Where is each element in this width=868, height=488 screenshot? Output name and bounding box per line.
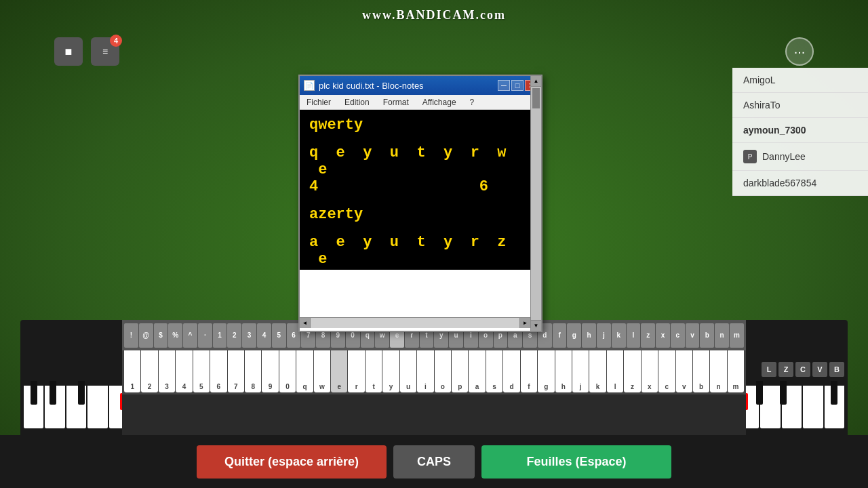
piano-key-t[interactable]: t — [366, 350, 382, 392]
label-V: V — [812, 362, 827, 377]
notification-badge: 4 — [110, 35, 122, 47]
piano-key-9[interactable]: 9 — [262, 350, 278, 392]
key-3[interactable]: 3 — [242, 323, 256, 348]
piano-key-y[interactable]: y — [382, 350, 399, 392]
player-name: DannyLee — [762, 151, 806, 162]
piano-key-n[interactable]: n — [710, 350, 726, 392]
scroll-up-arrow[interactable]: ▲ — [531, 76, 541, 87]
piano-key-m[interactable]: m — [728, 350, 744, 392]
menu-affichage[interactable]: Affichage — [416, 96, 463, 108]
center-keyboard: ! @ $ % ^ · 1 2 3 4 5 6 7 8 9 0 q w e r … — [122, 320, 746, 435]
piano-right-key[interactable] — [803, 386, 823, 428]
piano-key-7[interactable]: 7 — [228, 350, 244, 392]
piano-key-4[interactable]: 4 — [176, 350, 192, 392]
key-k[interactable]: k — [612, 323, 626, 348]
piano-key-3[interactable]: 3 — [159, 350, 175, 392]
player-name: AshiraTo — [743, 100, 780, 110]
piano-key-p[interactable]: p — [452, 350, 468, 392]
piano-key-w[interactable]: w — [314, 350, 330, 392]
maximize-button[interactable]: □ — [511, 80, 524, 91]
key-l[interactable]: l — [627, 323, 641, 348]
hscroll-right-arrow[interactable]: ► — [519, 318, 530, 328]
key-x[interactable]: x — [656, 323, 670, 348]
piano-key-6[interactable]: 6 — [210, 350, 226, 392]
player-item: AmigoL — [732, 68, 868, 93]
key-n[interactable]: n — [715, 323, 729, 348]
text-line-5: a e y u t y r z e — [309, 234, 532, 268]
piano-key-5[interactable]: 5 — [193, 350, 210, 392]
notification-icon[interactable]: ≡ 4 — [91, 37, 119, 66]
piano-key-z[interactable]: z — [624, 350, 640, 392]
menu-format[interactable]: Format — [376, 96, 416, 108]
piano-key-c[interactable]: c — [658, 350, 675, 392]
feuilles-button[interactable]: Feuilles (Espace) — [481, 445, 671, 479]
key-caret[interactable]: ^ — [183, 323, 197, 348]
piano-left-key[interactable] — [87, 386, 107, 428]
minimize-button[interactable]: ─ — [498, 80, 510, 91]
key-percent[interactable]: % — [168, 323, 182, 348]
piano-key-d[interactable]: d — [503, 350, 519, 392]
key-c[interactable]: c — [671, 323, 685, 348]
piano-key-o[interactable]: o — [435, 350, 451, 392]
piano-key-b[interactable]: b — [693, 350, 709, 392]
record-icon[interactable]: ■ — [54, 37, 83, 66]
menu-help[interactable]: ? — [463, 96, 481, 108]
piano-key-l[interactable]: l — [607, 350, 623, 392]
piano-key-q[interactable]: q — [296, 350, 313, 392]
scroll-down-arrow[interactable]: ▼ — [531, 320, 541, 331]
key-f[interactable]: f — [553, 323, 567, 348]
hscroll-left-arrow[interactable]: ◄ — [300, 318, 311, 328]
key-v[interactable]: v — [686, 323, 700, 348]
key-b[interactable]: b — [700, 323, 714, 348]
piano-key-s[interactable]: s — [486, 350, 502, 392]
key-exclaim[interactable]: ! — [124, 323, 138, 348]
hscroll-track[interactable] — [311, 318, 519, 328]
label-C: C — [795, 362, 810, 377]
piano-key-x[interactable]: x — [642, 350, 658, 392]
quit-button[interactable]: Quitter (espace arrière) — [197, 445, 387, 479]
piano-key-8[interactable]: 8 — [245, 350, 261, 392]
bottom-control-bar: Quitter (espace arrière) CAPS Feuilles (… — [0, 435, 868, 488]
menu-edition[interactable]: Edition — [338, 96, 376, 108]
piano-body-dark — [122, 394, 746, 435]
key-h[interactable]: h — [582, 323, 596, 348]
key-m[interactable]: m — [730, 323, 744, 348]
piano-key-k[interactable]: k — [589, 350, 606, 392]
key-dollar[interactable]: $ — [154, 323, 168, 348]
key-2[interactable]: 2 — [227, 323, 241, 348]
label-L: L — [762, 362, 776, 377]
key-4[interactable]: 4 — [257, 323, 271, 348]
piano-key-1[interactable]: 1 — [124, 350, 140, 392]
piano-key-r[interactable]: r — [348, 350, 364, 392]
piano-right-key[interactable] — [760, 386, 780, 428]
piano-key-g[interactable]: g — [538, 350, 554, 392]
key-dot[interactable]: · — [198, 323, 212, 348]
scrollbar[interactable]: ▲ ▼ — [530, 76, 541, 331]
piano-key-v[interactable]: v — [676, 350, 692, 392]
player-item: aymoun_7300 — [732, 118, 868, 143]
piano-key-h[interactable]: h — [555, 350, 572, 392]
key-5[interactable]: 5 — [272, 323, 286, 348]
piano-key-0[interactable]: 0 — [279, 350, 296, 392]
caps-button[interactable]: CAPS — [393, 445, 475, 479]
piano-key-u[interactable]: u — [400, 350, 416, 392]
key-at[interactable]: @ — [139, 323, 153, 348]
menu-fichier[interactable]: Fichier — [300, 96, 338, 108]
key-j[interactable]: j — [597, 323, 611, 348]
piano-key-2[interactable]: 2 — [141, 350, 157, 392]
notepad-title-area: 📄 plc kid cudi.txt - Bloc-notes — [304, 80, 424, 91]
scroll-thumb[interactable] — [532, 88, 540, 108]
piano-key-i[interactable]: i — [417, 350, 433, 392]
notepad-text-area[interactable]: qwerty q e y u t y r w e 4 6 azerty a e … — [300, 110, 541, 270]
text-line-4: azerty — [309, 206, 532, 223]
key-g[interactable]: g — [567, 323, 581, 348]
horizontal-scrollbar[interactable]: ◄ ► — [300, 317, 541, 328]
piano-left-white-keys — [24, 381, 129, 428]
key-1[interactable]: 1 — [213, 323, 227, 348]
piano-key-a[interactable]: a — [469, 350, 485, 392]
piano-key-j[interactable]: j — [572, 350, 589, 392]
key-z[interactable]: z — [641, 323, 655, 348]
piano-key-f[interactable]: f — [521, 350, 537, 392]
menu-button[interactable]: ··· — [785, 37, 814, 66]
piano-key-e[interactable]: e — [331, 350, 347, 392]
